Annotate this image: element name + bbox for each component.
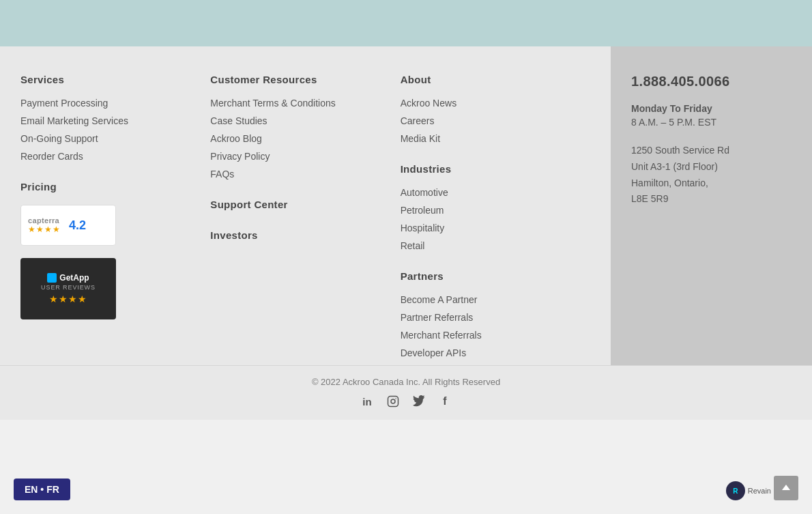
link-faqs[interactable]: FAQs [210,169,386,180]
link-become-partner[interactable]: Become A Partner [401,294,577,305]
language-toggle[interactable]: EN • FR [14,479,70,500]
link-careers[interactable]: Careers [401,115,577,126]
capterra-label: capterra [28,216,59,225]
footer-wrapper: Services Payment Processing Email Market… [0,46,812,365]
top-banner [0,0,812,46]
svg-rect-0 [388,397,398,407]
twitter-icon[interactable] [411,394,426,409]
instagram-icon[interactable] [386,394,401,409]
partners-section: Partners Become A Partner Partner Referr… [401,270,577,358]
link-petroleum[interactable]: Petroleum [401,205,577,216]
link-merchant-referrals[interactable]: Merchant Referrals [401,330,577,341]
getapp-label: GetApp [59,273,89,283]
support-center-section: Support Center [210,199,386,210]
getapp-icon [47,273,57,283]
phone-number: 1.888.405.0066 [631,74,792,89]
revain-badge[interactable]: R Revain [726,481,771,500]
footer-columns: Services Payment Processing Email Market… [20,74,590,365]
services-heading: Services [20,74,197,85]
revain-label: Revain [748,487,771,495]
link-ackroo-blog[interactable]: Ackroo Blog [210,133,386,144]
address-line-4: L8E 5R9 [631,191,792,208]
industries-heading: Industries [401,163,577,175]
social-icons: in f [360,394,452,409]
hours-label: Monday To Friday [631,103,792,114]
address-line-3: Hamilton, Ontario, [631,175,792,192]
facebook-icon[interactable]: f [437,394,452,409]
col-about: About Ackroo News Careers Media Kit Indu… [401,74,590,365]
footer-main: Services Payment Processing Email Market… [0,46,611,365]
svg-point-1 [391,399,395,403]
industries-section: Industries Automotive Petroleum Hospital… [401,163,577,251]
revain-icon: R [726,481,745,500]
link-partner-referrals[interactable]: Partner Referrals [401,312,577,323]
customer-resources-heading: Customer Resources [210,74,386,85]
link-automotive[interactable]: Automotive [401,187,577,198]
link-hospitality[interactable]: Hospitality [401,223,577,233]
about-heading: About [401,74,577,85]
capterra-score: 4.2 [69,218,86,233]
svg-point-2 [395,398,396,399]
scroll-top-button[interactable] [774,476,798,500]
linkedin-icon[interactable]: in [360,394,375,409]
link-payment-processing[interactable]: Payment Processing [20,98,197,109]
link-ackroo-news[interactable]: Ackroo News [401,98,577,109]
investors-heading: Investors [210,229,386,241]
col-services: Services Payment Processing Email Market… [20,74,210,365]
pricing-section: Pricing capterra ★★★★ 4.2 [20,181,197,319]
capterra-logo: capterra ★★★★ 4.2 [28,216,86,234]
link-on-going-support[interactable]: On-Going Support [20,133,197,144]
partners-heading: Partners [401,270,577,282]
capterra-icon: capterra ★★★★ [28,216,61,234]
getapp-badge[interactable]: GetApp USER REVIEWS ★★★★ [20,258,116,319]
link-email-marketing[interactable]: Email Marketing Services [20,115,197,126]
copyright: © 2022 Ackroo Canada Inc. All Rights Res… [312,377,500,387]
footer-right: 1.888.405.0066 Monday To Friday 8 A.M. –… [611,46,812,365]
link-developer-apis[interactable]: Developer APIs [401,347,577,358]
hours-time: 8 A.M. – 5 P.M. EST [631,117,792,128]
address-line-1: 1250 South Service Rd [631,143,792,159]
col-customer-resources: Customer Resources Merchant Terms & Cond… [210,74,400,365]
capterra-stars: ★★★★ [28,225,61,234]
link-media-kit[interactable]: Media Kit [401,133,577,144]
link-merchant-terms[interactable]: Merchant Terms & Conditions [210,98,386,109]
link-privacy-policy[interactable]: Privacy Policy [210,151,386,162]
pricing-heading: Pricing [20,181,197,192]
getapp-stars: ★★★★ [49,294,87,304]
capterra-badge[interactable]: capterra ★★★★ 4.2 [20,205,116,246]
investors-section: Investors [210,229,386,241]
getapp-sublabel: USER REVIEWS [41,284,96,291]
address-line-2: Unit A3-1 (3rd Floor) [631,159,792,175]
link-retail[interactable]: Retail [401,240,577,251]
bottom-bar: © 2022 Ackroo Canada Inc. All Rights Res… [0,365,812,420]
link-reorder-cards[interactable]: Reorder Cards [20,151,197,162]
getapp-logo: GetApp [47,273,89,283]
support-center-heading: Support Center [210,199,386,210]
link-case-studies[interactable]: Case Studies [210,115,386,126]
